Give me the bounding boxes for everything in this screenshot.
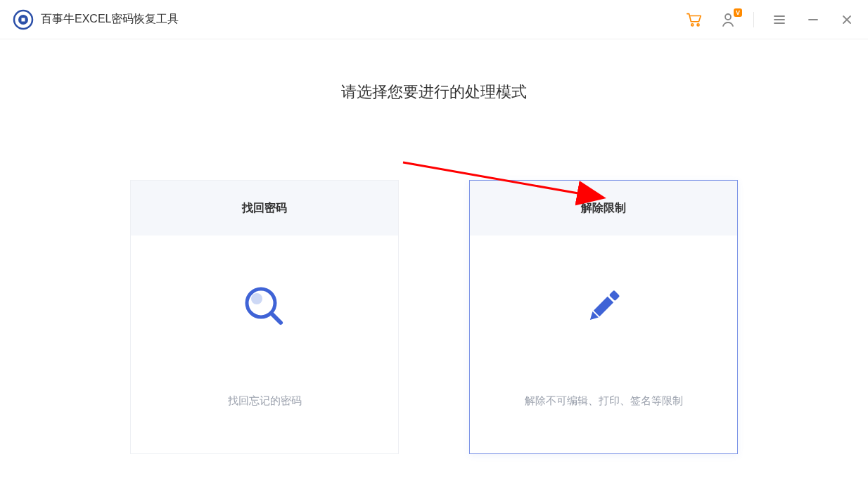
svg-rect-2 [22,18,25,21]
cart-icon[interactable] [686,11,703,28]
svg-line-14 [272,314,281,323]
card-title: 找回密码 [131,181,398,235]
card-title: 解除限制 [470,181,737,235]
menu-icon[interactable] [771,11,788,28]
card-recover-password[interactable]: 找回密码 找回忘记的密码 [130,180,399,454]
card-body: 找回忘记的密码 [131,235,398,453]
mode-cards: 找回密码 找回忘记的密码 解除限制 [130,180,738,454]
main-heading: 请选择您要进行的处理模式 [341,82,527,103]
titlebar: 百事牛EXCEL密码恢复工具 V [0,0,868,39]
close-icon[interactable] [838,11,855,28]
card-remove-restriction[interactable]: 解除限制 解除不可编辑、打印、签名等限制 [469,180,738,454]
svg-point-4 [697,23,699,25]
titlebar-left: 百事牛EXCEL密码恢复工具 [13,9,179,30]
app-title: 百事牛EXCEL密码恢复工具 [41,12,179,27]
titlebar-right: V [686,11,855,28]
pencil-icon [579,282,628,331]
user-vip-badge: V [734,8,742,17]
titlebar-separator [753,12,754,27]
svg-point-13 [251,293,262,304]
card-description: 解除不可编辑、打印、签名等限制 [525,394,683,408]
card-body: 解除不可编辑、打印、签名等限制 [470,235,737,453]
svg-point-5 [725,14,731,20]
card-description: 找回忘记的密码 [228,394,302,408]
svg-point-3 [691,23,694,25]
magnifier-icon [240,282,289,331]
user-icon[interactable]: V [720,11,736,28]
app-logo-icon [13,9,34,30]
main-content: 请选择您要进行的处理模式 找回密码 找回忘记的密码 解除限制 [0,39,868,454]
minimize-icon[interactable] [805,11,822,28]
svg-rect-15 [609,290,620,301]
svg-rect-16 [594,296,613,316]
